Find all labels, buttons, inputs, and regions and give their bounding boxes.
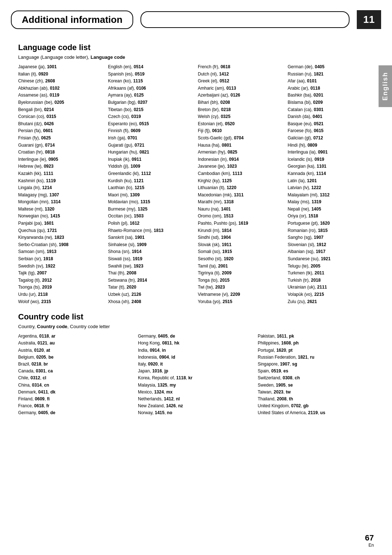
list-item: Somali (so), 1915 bbox=[198, 248, 284, 255]
language-section: Language code list Language (Language co… bbox=[18, 43, 374, 305]
list-item: Urdu (ur), 2118 bbox=[18, 291, 105, 298]
list-item: Sangho (sg), 1907 bbox=[288, 234, 374, 241]
list-item: Malaysia, 1325, my bbox=[138, 382, 254, 389]
list-item: Rhaeto-Romance (rm), 1813 bbox=[108, 227, 195, 234]
list-item: Malayalam (ml), 1312 bbox=[288, 192, 374, 199]
list-item: Ukrainian (uk), 2111 bbox=[288, 284, 374, 291]
list-item: Armenian (hy), 0825 bbox=[198, 149, 284, 156]
list-item: Galician (gl), 0712 bbox=[288, 135, 374, 142]
list-item: Brazil, 0218, br bbox=[18, 361, 134, 368]
list-item: Polish (pl), 1612 bbox=[108, 220, 195, 227]
list-item: Sindhi (sd), 1904 bbox=[198, 234, 284, 241]
list-item: India, 0914, in bbox=[138, 347, 254, 354]
country-column: Germany, 0405, deHong Kong, 0811, hkIndi… bbox=[138, 333, 254, 416]
list-item: Bulgarian (bg), 0207 bbox=[108, 99, 195, 106]
list-item: Sweden, 1905, se bbox=[258, 382, 374, 389]
list-item: Chile, 0312, cl bbox=[18, 375, 134, 381]
list-item: Switzerland, 0308, ch bbox=[258, 375, 374, 381]
list-item: Yiddish (ji), 1009 bbox=[108, 163, 195, 170]
list-item: Cambodian (km), 1113 bbox=[198, 170, 284, 177]
list-item: Korean (ko), 1115 bbox=[108, 78, 195, 85]
list-item: Czech (cs), 0319 bbox=[108, 113, 195, 120]
list-item: Netherlands, 1412, nl bbox=[138, 396, 254, 403]
list-item: Nepali (ne), 1405 bbox=[288, 206, 374, 213]
list-item: Norwegian (no), 1415 bbox=[18, 213, 105, 220]
header-title: Additional information bbox=[11, 11, 133, 29]
list-item: Assamese (as), 0119 bbox=[18, 92, 105, 99]
list-item: Austria, 0120, at bbox=[18, 347, 134, 354]
list-item: Icelandic (is), 0919 bbox=[288, 156, 374, 163]
list-item: Romanian (ro), 1815 bbox=[288, 227, 374, 234]
list-item: Siswati (ss), 1919 bbox=[108, 256, 195, 262]
list-item: Bihari (bh), 0208 bbox=[198, 99, 284, 106]
subtitle-bold: Language code bbox=[91, 54, 125, 60]
main-content: Language code list Language (Language co… bbox=[0, 33, 392, 431]
list-item: Pakistan, 1611, pk bbox=[258, 333, 374, 340]
list-item: Byelorussian (be), 0205 bbox=[18, 99, 105, 106]
list-item: Pashto, Pushto (ps), 1619 bbox=[198, 220, 284, 227]
list-item: Canada, 0301, ca bbox=[18, 368, 134, 375]
list-item: Turkmen (tk), 2011 bbox=[288, 270, 374, 277]
list-item: Kashmiri (ks), 1119 bbox=[18, 177, 105, 184]
list-item: Germany, 0405, de bbox=[18, 409, 134, 416]
header-blank-box bbox=[140, 11, 350, 28]
list-item: Portuguese (pt), 1620 bbox=[288, 220, 374, 227]
list-item: Scots-Gaelic (gd), 0704 bbox=[198, 135, 284, 142]
list-item: Basque (eu), 0521 bbox=[288, 121, 374, 127]
list-item: Javanese (jw), 1023 bbox=[198, 163, 284, 170]
list-item: Indonesian (in), 0914 bbox=[198, 156, 284, 163]
list-item: Volapük (vo), 2215 bbox=[288, 291, 374, 298]
list-item: France, 0618, fr bbox=[18, 403, 134, 409]
page-number-badge: 11 bbox=[357, 10, 381, 29]
footer-lang-label: En bbox=[365, 543, 374, 548]
list-item: Chinese (zh), 2608 bbox=[18, 78, 105, 85]
list-item: Turkish (tr), 2018 bbox=[288, 277, 374, 284]
list-item: Korea, Republic of, 1118, kr bbox=[138, 375, 254, 381]
list-item: Guarani (gn), 0714 bbox=[18, 142, 105, 149]
list-item: Marathi (mr), 1318 bbox=[198, 199, 284, 205]
list-item: Denmark, 0411, dk bbox=[18, 389, 134, 396]
list-item: Setswana (tn), 2014 bbox=[108, 277, 195, 284]
country-subtitle-mid: , Country code letter bbox=[68, 324, 110, 329]
list-item: Swedish (sv), 1922 bbox=[18, 263, 105, 270]
list-item: Latin (la), 1201 bbox=[288, 177, 374, 184]
list-item: Malagasy (mg), 1307 bbox=[18, 192, 105, 199]
list-item: United States of America, 2119, us bbox=[258, 409, 374, 416]
list-item: Arabic (ar), 0118 bbox=[288, 85, 374, 92]
list-item: Maori (mi), 1309 bbox=[108, 192, 195, 199]
list-item: Aymara (ay), 0125 bbox=[108, 92, 195, 99]
list-item: Portugal, 1620, pt bbox=[258, 347, 374, 354]
list-item: Hindi (hi), 0809 bbox=[288, 142, 374, 149]
list-item: Philippines, 1608, ph bbox=[258, 340, 374, 347]
list-item: United Kingdom, 0702, gb bbox=[258, 403, 374, 409]
list-item: Bislama (bi), 0209 bbox=[288, 99, 374, 106]
list-item: Dutch (nl), 1412 bbox=[198, 71, 284, 78]
list-item: Kurdish (ku), 1121 bbox=[108, 177, 195, 184]
list-item: Persian (fa), 0601 bbox=[18, 127, 105, 134]
list-item: Sesotho (st), 1920 bbox=[198, 256, 284, 262]
country-section-title: Country code list bbox=[18, 312, 374, 322]
list-item: Argentina, 0118, ar bbox=[18, 333, 134, 340]
list-item: Malay (ms), 1319 bbox=[288, 199, 374, 205]
list-item: Tsonga (ts), 2019 bbox=[18, 284, 105, 291]
list-item: Wolof (wo), 2315 bbox=[18, 298, 105, 305]
list-item: Japanese (ja), 1001 bbox=[18, 64, 105, 70]
list-item: Belgium, 0205, be bbox=[18, 354, 134, 361]
list-item: Gujarati (gu), 0721 bbox=[108, 142, 195, 149]
list-item: Twi (tw), 2023 bbox=[198, 284, 284, 291]
list-item: Breton (br), 0218 bbox=[198, 106, 284, 113]
list-item: Hausa (ha), 0801 bbox=[198, 142, 284, 149]
list-item: Finnish (fi), 0609 bbox=[108, 127, 195, 134]
list-item: German (de), 0405 bbox=[288, 64, 374, 70]
list-item: Latvian (lv), 1222 bbox=[288, 184, 374, 191]
list-item: Sanskrit (sa), 1901 bbox=[108, 234, 195, 241]
list-item: Kirundi (rn), 1814 bbox=[198, 227, 284, 234]
list-item: Mongolian (mn), 1314 bbox=[18, 199, 105, 205]
list-item: Italian (it), 0920 bbox=[18, 71, 105, 78]
list-item: Interlingua (ia), 0901 bbox=[288, 149, 374, 156]
list-item: Thailand, 2008, th bbox=[258, 396, 374, 403]
list-item: Oromo (om), 1513 bbox=[198, 213, 284, 220]
list-item: Uzbek (uz), 2126 bbox=[108, 291, 195, 298]
list-item: Tagalog (tl), 2012 bbox=[18, 277, 105, 284]
list-item: Thai (th), 2008 bbox=[108, 270, 195, 277]
